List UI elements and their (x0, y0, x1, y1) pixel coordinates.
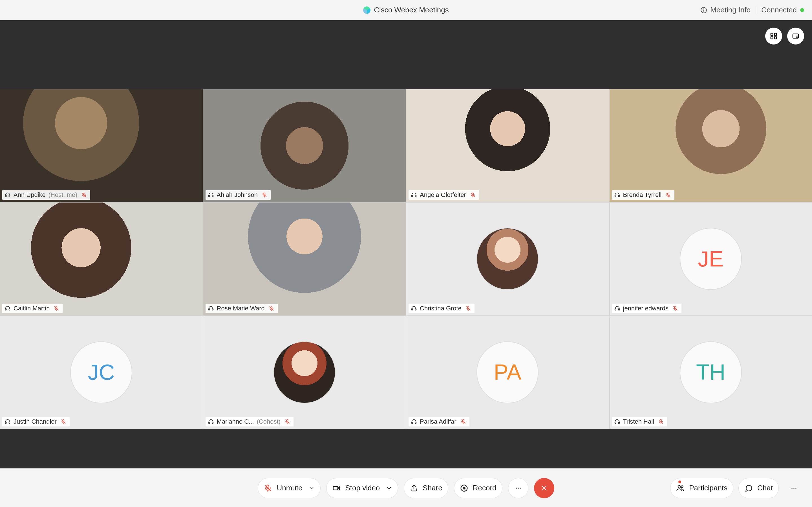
svg-rect-38 (618, 309, 619, 311)
headset-icon (4, 305, 11, 312)
video-icon (332, 484, 341, 492)
svg-point-66 (520, 488, 521, 489)
chevron-down-icon[interactable] (386, 485, 392, 491)
svg-point-70 (681, 486, 683, 488)
mic-muted-icon (672, 305, 678, 311)
upper-band (0, 20, 812, 89)
svg-rect-25 (5, 309, 6, 311)
layout-buttons (765, 27, 804, 45)
svg-rect-37 (615, 309, 616, 311)
participant-tile[interactable]: TH Tristen Hall (610, 316, 812, 429)
more-options-button[interactable] (508, 478, 528, 498)
participant-nameplate: Parisa Adlifar (409, 417, 469, 427)
meeting-info-label: Meeting Info (710, 6, 751, 14)
svg-rect-59 (333, 486, 338, 490)
svg-point-71 (792, 488, 793, 489)
chat-button[interactable]: Chat (739, 478, 779, 498)
unmute-button[interactable]: Unmute (258, 478, 320, 498)
participant-tile[interactable]: Caitlin Martin (0, 203, 203, 315)
svg-rect-54 (618, 422, 619, 424)
video-feed (610, 89, 812, 202)
headset-icon (4, 418, 11, 425)
participant-tile[interactable]: Ahjah Johnson (203, 89, 406, 202)
participant-role: (Host, me) (49, 191, 78, 199)
titlebar-right: Meeting Info Connected (700, 0, 804, 20)
participant-tile[interactable]: Brenda Tyrrell (610, 89, 812, 202)
share-button[interactable]: Share (404, 478, 448, 498)
unmute-label: Unmute (276, 484, 302, 492)
video-feed (406, 89, 609, 202)
participant-name: Tristen Hall (623, 418, 654, 425)
participant-name: Rose Marie Ward (217, 305, 265, 312)
participant-nameplate: Caitlin Martin (2, 304, 63, 313)
svg-rect-42 (9, 422, 10, 424)
svg-rect-4 (774, 33, 777, 36)
leave-meeting-button[interactable] (534, 478, 554, 498)
footer-right: Participants Chat (670, 469, 804, 507)
participant-nameplate: Marianne C... (Cohost) (206, 417, 294, 427)
avatar-initials: JC (70, 341, 132, 403)
mic-muted-icon (61, 419, 66, 425)
video-feed (0, 203, 203, 315)
center-controls: Unmute Stop video Share Record (258, 478, 554, 498)
mic-muted-icon (81, 192, 87, 198)
headset-icon (614, 192, 620, 198)
layout-pop-button[interactable] (787, 27, 804, 45)
lower-band (0, 429, 812, 468)
record-button[interactable]: Record (454, 478, 502, 498)
overflow-button[interactable] (784, 478, 804, 498)
avatar-initials: TH (680, 341, 742, 403)
mic-muted-icon (465, 305, 471, 311)
connected-label: Connected (761, 6, 797, 14)
participant-tile[interactable]: Angela Glotfelter (406, 89, 609, 202)
svg-rect-18 (415, 195, 416, 197)
participant-nameplate: Ann Updike (Host, me) (2, 190, 90, 200)
participant-tile[interactable]: Christina Grote (406, 203, 609, 315)
video-feed (203, 203, 406, 315)
chat-icon (744, 484, 753, 492)
chevron-down-icon[interactable] (308, 485, 315, 491)
participant-tile[interactable]: JE jennifer edwards (610, 203, 812, 315)
info-icon (700, 6, 707, 14)
mic-muted-icon (269, 305, 274, 311)
headset-icon (208, 192, 214, 198)
participant-nameplate: jennifer edwards (612, 304, 681, 313)
participants-icon (676, 484, 684, 492)
svg-rect-45 (208, 422, 209, 424)
participant-tile[interactable]: PA Parisa Adlifar (406, 316, 609, 429)
svg-rect-49 (412, 422, 413, 424)
layout-grid-button[interactable] (765, 27, 782, 45)
avatar-initials: PA (476, 341, 539, 403)
popout-icon (792, 32, 800, 40)
participant-nameplate: Tristen Hall (612, 417, 667, 427)
svg-point-2 (703, 9, 704, 9)
participant-tile[interactable]: JC Justin Chandler (0, 316, 203, 429)
participant-tile[interactable]: Marianne C... (Cohost) (203, 316, 406, 429)
participant-role: (Cohost) (257, 418, 281, 425)
svg-rect-14 (212, 195, 213, 197)
participant-nameplate: Ahjah Johnson (206, 190, 271, 200)
participant-tile[interactable]: Rose Marie Ward (203, 203, 406, 315)
svg-rect-30 (212, 309, 213, 311)
participant-nameplate: Christina Grote (409, 304, 474, 313)
svg-rect-46 (212, 422, 213, 424)
meeting-info-button[interactable]: Meeting Info (700, 6, 751, 14)
mic-muted-icon (470, 192, 476, 198)
participant-name: Marianne C... (217, 418, 254, 425)
svg-rect-50 (415, 422, 416, 424)
stop-video-button[interactable]: Stop video (326, 478, 398, 498)
avatar-photo (476, 228, 539, 290)
app-title-text: Cisco Webex Meetings (374, 6, 449, 14)
svg-rect-29 (208, 309, 209, 311)
svg-rect-33 (412, 309, 413, 311)
participants-button[interactable]: Participants (670, 478, 733, 498)
svg-rect-9 (5, 195, 6, 197)
participant-tile[interactable]: Ann Updike (Host, me) (0, 89, 203, 202)
svg-rect-3 (771, 33, 773, 36)
participant-name: Parisa Adlifar (420, 418, 456, 425)
video-grid: Ann Updike (Host, me) Ahjah Johnson Ange… (0, 89, 812, 429)
mic-muted-icon (264, 484, 272, 492)
mic-muted-icon (285, 419, 290, 425)
status-dot-icon (800, 8, 804, 12)
headset-icon (411, 418, 417, 425)
